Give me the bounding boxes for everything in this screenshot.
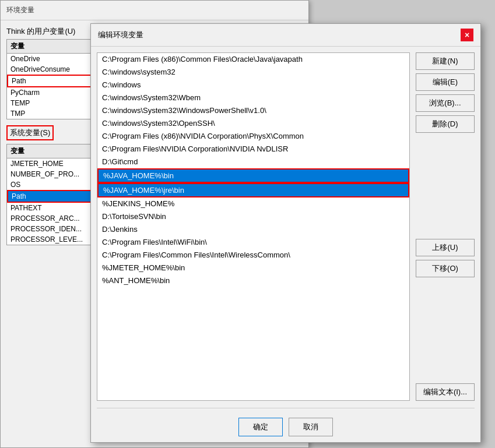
path-list-item[interactable]: C:\Program Files\NVIDIA Corporation\NVID… <box>97 143 409 156</box>
footer-divider <box>97 408 475 408</box>
cancel-button[interactable]: 取消 <box>289 418 333 436</box>
path-list[interactable]: C:\Program Files (x86)\Common Files\Orac… <box>97 52 410 401</box>
main-dialog-title: 编辑环境变量 <box>98 30 143 40</box>
edit-env-dialog: 编辑环境变量 × C:\Program Files (x86)\Common F… <box>90 23 481 443</box>
user-var-tmp[interactable]: TMP <box>7 108 99 119</box>
user-var-temp[interactable]: TEMP <box>7 98 99 108</box>
main-dialog-body: C:\Program Files (x86)\Common Files\Orac… <box>91 47 480 407</box>
sys-var-proc-leve[interactable]: PROCESSOR_LEVE... <box>7 234 99 245</box>
user-var-path[interactable]: Path <box>7 75 99 87</box>
path-list-item[interactable]: D:\Git\cmd <box>97 156 409 168</box>
path-list-item[interactable]: C:\Program Files\Common Files\Intel\Wire… <box>97 249 409 262</box>
browse-button[interactable]: 浏览(B)... <box>416 94 475 112</box>
user-vars-table: 变量 OneDrive OneDriveConsume Path PyCharm… <box>6 39 100 119</box>
path-list-item[interactable]: C:\windows <box>97 79 409 91</box>
user-var-onedriveconsume[interactable]: OneDriveConsume <box>7 64 99 75</box>
sys-vars-header: 变量 <box>7 144 99 158</box>
move-up-button[interactable]: 上移(U) <box>416 239 475 256</box>
main-dialog-close-button[interactable]: × <box>461 29 473 41</box>
path-list-item[interactable]: %JAVA_HOME%\jre\bin <box>97 183 409 197</box>
right-action-buttons: 新建(N) 编辑(E) 浏览(B)... 删除(D) 上移(U) 下移(O) 编… <box>416 52 475 401</box>
new-button[interactable]: 新建(N) <box>416 52 475 70</box>
user-var-pycharm[interactable]: PyCharm <box>7 87 99 98</box>
path-list-item[interactable]: C:\Program Files (x86)\NVIDIA Corporatio… <box>97 130 409 143</box>
path-list-item[interactable]: %JENKINS_HOME% <box>97 197 409 210</box>
sys-var-path[interactable]: Path <box>7 190 99 203</box>
sys-vars-table: 变量 JMETER_HOME NUMBER_OF_PRO... OS Path … <box>6 144 100 245</box>
delete-button[interactable]: 删除(D) <box>416 115 475 133</box>
sys-var-num-proc[interactable]: NUMBER_OF_PRO... <box>7 169 99 179</box>
main-dialog-titlebar: 编辑环境变量 × <box>91 24 480 47</box>
footer-buttons: 确定 取消 <box>97 418 475 436</box>
sys-var-proc-arch[interactable]: PROCESSOR_ARC... <box>7 213 99 224</box>
path-list-item[interactable]: %JAVA_HOME%\bin <box>97 168 409 183</box>
path-list-item[interactable]: D:\Jenkins <box>97 223 409 236</box>
move-down-button[interactable]: 下移(O) <box>416 260 475 277</box>
path-list-item[interactable]: D:\TortoiseSVN\bin <box>97 210 409 223</box>
sys-var-proc-iden[interactable]: PROCESSOR_IDEN... <box>7 224 99 234</box>
path-list-item[interactable]: %ANT_HOME%\bin <box>97 274 409 287</box>
sys-section-label: 系统变量(S) <box>8 126 52 139</box>
path-list-item[interactable]: C:\windows\System32\WindowsPowerShell\v1… <box>97 104 409 117</box>
bg-dialog-titlebar: 环境变量 <box>1 1 308 20</box>
path-list-item[interactable]: %JMETER_HOME%\bin <box>97 262 409 274</box>
bg-dialog-title: 环境变量 <box>6 5 34 15</box>
confirm-button[interactable]: 确定 <box>238 418 283 436</box>
path-list-item[interactable]: C:\Program Files (x86)\Common Files\Orac… <box>97 53 409 66</box>
edit-button[interactable]: 编辑(E) <box>416 73 475 91</box>
path-list-item[interactable]: C:\windows\system32 <box>97 66 409 79</box>
sys-var-jmeter[interactable]: JMETER_HOME <box>7 158 99 169</box>
path-list-item[interactable]: C:\windows\System32\OpenSSH\ <box>97 117 409 130</box>
main-dialog-footer: 确定 取消 <box>91 384 480 442</box>
sys-var-pathext[interactable]: PATHEXT <box>7 203 99 213</box>
user-vars-header: 变量 <box>7 40 99 54</box>
path-list-item[interactable]: C:\windows\System32\Wbem <box>97 91 409 104</box>
sys-var-os[interactable]: OS <box>7 179 99 190</box>
sys-section-label-box: 系统变量(S) <box>6 125 54 140</box>
path-list-item[interactable]: C:\Program Files\Intel\WiFi\bin\ <box>97 236 409 249</box>
user-var-onedrive[interactable]: OneDrive <box>7 54 99 64</box>
